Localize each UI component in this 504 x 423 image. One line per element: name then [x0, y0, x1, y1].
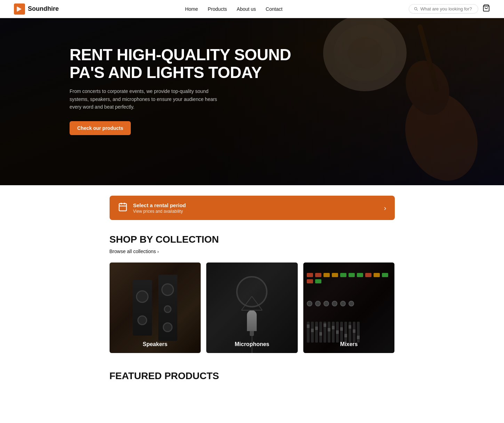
card-label-microphones: Microphones	[206, 341, 298, 347]
search-input[interactable]	[420, 6, 473, 11]
card-label-speakers: Speakers	[110, 341, 201, 347]
hero-cta-button[interactable]: Check our products	[70, 121, 131, 135]
rental-subtitle: View prices and availability	[133, 209, 186, 214]
nav-right	[409, 4, 490, 14]
svg-marker-0	[17, 7, 22, 11]
svg-line-3	[417, 9, 418, 10]
cart-icon[interactable]	[482, 4, 490, 14]
hero-title: RENT HIGH-QUALITY SOUND PA'S AND LIGHTS …	[70, 46, 327, 81]
card-overlay-microphones	[206, 263, 298, 353]
hero-subtitle: From concerts to corporate events, we pr…	[70, 87, 223, 111]
nav-products[interactable]: Products	[208, 6, 227, 12]
rental-text: Select a rental period View prices and a…	[133, 202, 186, 214]
svg-rect-11	[119, 204, 126, 211]
card-overlay-speakers	[110, 263, 201, 353]
nav-about[interactable]: About us	[237, 6, 256, 12]
hero-content: RENT HIGH-QUALITY SOUND PA'S AND LIGHTS …	[0, 18, 504, 135]
rental-arrow-icon: ›	[384, 204, 386, 212]
svg-point-2	[415, 7, 417, 10]
nav-contact[interactable]: Contact	[266, 6, 282, 12]
main-content: SHOP BY COLLECTION Browse all collection…	[110, 234, 395, 405]
browse-arrow-icon: ›	[157, 249, 159, 254]
nav-links: Home Products About us Contact	[185, 6, 282, 12]
collection-grid: Speakers	[110, 263, 395, 353]
brand-name: Soundhire	[28, 5, 59, 13]
nav-home[interactable]: Home	[185, 6, 198, 12]
card-overlay-mixers	[303, 263, 395, 353]
search-icon	[414, 7, 418, 11]
collection-card-speakers[interactable]: Speakers	[110, 263, 201, 353]
card-label-mixers: Mixers	[303, 341, 395, 347]
calendar-icon	[118, 202, 128, 214]
collection-card-microphones[interactable]: Microphones	[206, 263, 298, 353]
rental-banner[interactable]: Select a rental period View prices and a…	[110, 196, 395, 220]
logo[interactable]: Soundhire	[14, 3, 59, 15]
featured-section-title: FEATURED PRODUCTS	[110, 370, 395, 382]
browse-all-link[interactable]: Browse all collections ›	[110, 249, 395, 254]
browse-label: Browse all collections	[110, 249, 156, 254]
svg-rect-1	[17, 7, 18, 11]
navbar: Soundhire Home Products About us Contact	[0, 0, 504, 18]
collection-section-title: SHOP BY COLLECTION	[110, 234, 395, 245]
logo-icon	[14, 3, 25, 15]
rental-title: Select a rental period	[133, 202, 186, 208]
collection-card-mixers[interactable]: Mixers	[303, 263, 395, 353]
rental-info: Select a rental period View prices and a…	[118, 202, 186, 214]
search-box[interactable]	[409, 4, 478, 14]
hero-section: RENT HIGH-QUALITY SOUND PA'S AND LIGHTS …	[0, 18, 504, 185]
